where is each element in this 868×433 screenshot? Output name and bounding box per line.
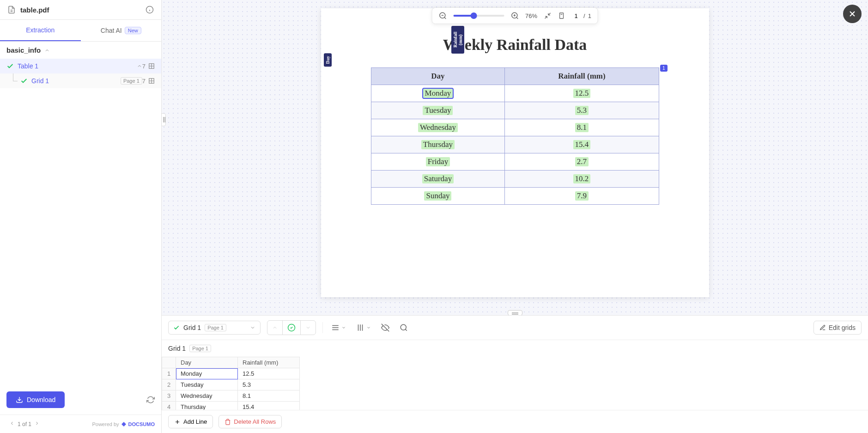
document-icon <box>7 6 16 14</box>
chevron-up-icon <box>137 63 142 69</box>
pdf-title: Weekly Rainfall Data Day Rainfall (mm) <box>321 36 709 54</box>
edit-grids-label: Edit grids <box>829 324 856 331</box>
pdf-cell[interactable]: 12.5 <box>505 85 659 102</box>
column-tag-day[interactable]: Day <box>324 53 332 67</box>
tab-extraction-label: Extraction <box>26 26 55 34</box>
tree-item-grid-1[interactable]: Grid 1 Page 1 7 <box>0 73 161 88</box>
page-fit-icon[interactable] <box>558 12 565 19</box>
delete-all-rows-button[interactable]: Delete All Rows <box>219 415 282 428</box>
refresh-icon[interactable] <box>146 396 155 404</box>
trash-icon <box>225 419 231 425</box>
edit-grids-button[interactable]: Edit grids <box>813 321 862 335</box>
powered-by: Powered by DOCSUMO <box>92 421 155 427</box>
close-button[interactable] <box>843 5 862 23</box>
tab-chat-ai[interactable]: Chat AI New <box>81 20 162 41</box>
check-icon <box>20 77 28 85</box>
pdf-cell[interactable]: 15.4 <box>505 136 659 153</box>
pdf-cell[interactable]: 8.1 <box>505 119 659 136</box>
tab-chat-label: Chat AI <box>101 27 122 34</box>
pdf-th-rainfall[interactable]: Rainfall (mm) <box>505 68 659 85</box>
tab-extraction[interactable]: Extraction <box>0 20 81 41</box>
fit-screen-icon[interactable] <box>544 12 551 19</box>
tree-grid-page-badge: Page 1 <box>121 77 142 85</box>
search-button[interactable] <box>398 322 410 334</box>
pdf-cell[interactable]: Saturday <box>371 171 505 188</box>
grid-title: Grid 1 <box>168 345 186 352</box>
pdf-cell[interactable]: Wednesday <box>371 119 505 136</box>
grid-icon <box>148 63 155 69</box>
check-icon <box>173 324 180 331</box>
pdf-cell[interactable]: Thursday <box>371 136 505 153</box>
zoom-percent: 76% <box>525 12 537 19</box>
extracted-data-table: Day Rainfall (mm) 1Monday12.5 2Tuesday5.… <box>162 357 300 410</box>
zoom-out-icon[interactable] <box>438 12 447 20</box>
pager-text: 1 of 1 <box>18 421 31 427</box>
tree-table-label: Table 1 <box>18 62 134 70</box>
pdf-cell[interactable]: Sunday <box>371 188 505 205</box>
svg-rect-5 <box>559 13 563 18</box>
panel-split-handle[interactable] <box>508 310 522 315</box>
pdf-th-day[interactable]: Day <box>371 68 505 85</box>
zoom-slider-thumb[interactable] <box>470 12 477 19</box>
grid-selector-page: Page 1 <box>205 324 226 331</box>
download-button[interactable]: Download <box>6 391 65 408</box>
add-line-label: Add Line <box>183 418 207 425</box>
document-viewer[interactable]: 76% / 1 Weekly Rainfall Data Day Rainfal… <box>162 0 868 315</box>
table-row-badge: 1 <box>660 65 668 72</box>
approve-controls <box>267 320 316 335</box>
approve-next[interactable] <box>301 321 316 335</box>
page-total: 1 <box>588 12 591 19</box>
pdf-cell[interactable]: 7.9 <box>505 188 659 205</box>
grid-icon <box>148 78 155 84</box>
chevron-up-icon <box>44 48 50 53</box>
sidebar-collapse-handle[interactable] <box>161 113 166 126</box>
add-line-button[interactable]: Add Line <box>168 415 213 428</box>
th-day[interactable]: Day <box>176 357 238 368</box>
tree-grid-label: Grid 1 <box>31 77 118 85</box>
pdf-cell[interactable]: Friday <box>371 153 505 171</box>
section-basic-info[interactable]: basic_info <box>6 46 155 54</box>
column-tag-rainfall[interactable]: Rainfall (mm) <box>451 26 464 54</box>
new-badge: New <box>125 27 141 34</box>
align-horizontal-button[interactable] <box>329 322 348 334</box>
chevron-down-icon <box>250 325 255 330</box>
pdf-cell[interactable]: 5.3 <box>505 102 659 119</box>
pdf-cell[interactable]: Monday <box>371 85 505 102</box>
table-row[interactable]: 4Thursday15.4 <box>162 402 300 410</box>
main-area: 76% / 1 Weekly Rainfall Data Day Rainfal… <box>162 0 868 433</box>
approve-prev[interactable] <box>267 321 283 335</box>
pdf-cell[interactable]: 10.2 <box>505 171 659 188</box>
viewer-toolbar: 76% / 1 <box>431 7 598 24</box>
align-vertical-button[interactable] <box>354 322 373 334</box>
table-row[interactable]: 2Tuesday5.3 <box>162 379 300 390</box>
th-rainfall[interactable]: Rainfall (mm) <box>238 357 300 368</box>
pdf-page: Weekly Rainfall Data Day Rainfall (mm) 1… <box>321 8 709 297</box>
pencil-icon <box>819 324 826 331</box>
pager-next[interactable] <box>31 420 42 428</box>
download-label: Download <box>27 396 55 403</box>
grid-selector[interactable]: Grid 1 Page 1 <box>168 321 261 335</box>
approve-check[interactable] <box>283 321 301 335</box>
pdf-cell[interactable]: Tuesday <box>371 102 505 119</box>
pdf-data-table[interactable]: Day Rainfall (mm) Monday12.5 Tuesday5.3 … <box>371 67 659 205</box>
pager-prev[interactable] <box>6 420 18 428</box>
section-title-label: basic_info <box>6 46 41 54</box>
tree-grid-count: 7 <box>142 78 146 85</box>
plus-icon <box>174 419 181 425</box>
bottom-panel: Grid 1 Page 1 <box>162 315 868 433</box>
pdf-cell[interactable]: 2.7 <box>505 153 659 171</box>
table-row[interactable]: 1Monday12.5 <box>162 368 300 379</box>
tree-item-table-1[interactable]: Table 1 7 <box>0 59 161 73</box>
table-row[interactable]: 3Wednesday8.1 <box>162 390 300 402</box>
download-icon <box>16 396 23 403</box>
svg-point-7 <box>401 324 406 330</box>
zoom-slider[interactable] <box>453 15 504 17</box>
visibility-toggle[interactable] <box>379 322 391 334</box>
zoom-in-icon[interactable] <box>510 12 519 20</box>
check-icon <box>6 62 14 70</box>
grid-selector-name: Grid 1 <box>183 324 201 331</box>
delete-all-label: Delete All Rows <box>234 418 276 425</box>
info-icon[interactable] <box>146 6 154 14</box>
page-current-input[interactable] <box>571 12 581 19</box>
grid-page-badge: Page 1 <box>189 345 211 352</box>
